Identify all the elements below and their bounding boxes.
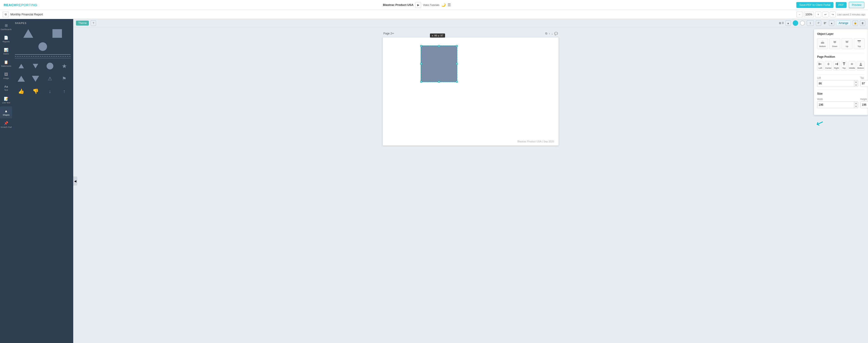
- lock-button[interactable]: 🔒: [852, 20, 858, 26]
- brand-logo: REACHREPORTING: [4, 3, 37, 7]
- svg-rect-5: [834, 43, 835, 44]
- pos-left-button[interactable]: Left: [817, 61, 824, 70]
- undo-button[interactable]: ↩: [823, 11, 829, 18]
- width-spin-down[interactable]: ▼: [854, 105, 858, 108]
- sidebar-item-text[interactable]: Aa Text: [0, 82, 12, 94]
- pos-middle-button[interactable]: Middle: [848, 61, 856, 70]
- triangle-small-shape: [18, 76, 25, 82]
- document-title: Monthly Financial Report: [10, 13, 795, 16]
- height-field-input[interactable]: [861, 102, 868, 108]
- redo-button[interactable]: ↪: [830, 11, 836, 18]
- position-buttons: Left Center Right: [817, 61, 865, 70]
- page-position-section: Page Position Left Center: [817, 55, 865, 70]
- circle-shape: [38, 42, 47, 51]
- resize-handle-bc[interactable]: [438, 81, 440, 83]
- pos-center-button[interactable]: Center: [825, 61, 832, 70]
- page-canvas[interactable]: Blastrac Product USA | Sep 2020: [382, 37, 559, 146]
- counter-field[interactable]: 1: [807, 20, 814, 26]
- shape-warning[interactable]: ⚠: [43, 73, 56, 84]
- divider-dotted[interactable]: [15, 58, 70, 58]
- zoom-in-button[interactable]: +: [815, 11, 821, 18]
- preview-button[interactable]: Preview: [849, 2, 864, 8]
- shape-thumbsup[interactable]: 👍: [15, 86, 28, 97]
- sidebar-item-metric[interactable]: 📊 Metric: [0, 45, 12, 57]
- sidebar-item-reports[interactable]: 📄 Reports: [0, 33, 12, 45]
- divider-solid[interactable]: [15, 54, 70, 55]
- shape-arrow-up-lg[interactable]: ↑: [58, 86, 71, 97]
- video-tutorials-button[interactable]: ▶: [415, 2, 421, 8]
- resize-handle-tl[interactable]: [420, 45, 422, 47]
- delete-button[interactable]: 🗑: [860, 20, 865, 26]
- zoom-out-button[interactable]: −: [797, 11, 802, 18]
- shape-arrow-down-lg[interactable]: ↓: [43, 86, 56, 97]
- rotation-up-btn[interactable]: ▲: [829, 20, 834, 26]
- pos-bottom-button[interactable]: Bottom: [857, 61, 865, 70]
- resize-handle-tc[interactable]: [438, 45, 440, 47]
- count-up-btn[interactable]: ▲: [785, 20, 791, 26]
- layer-down-button[interactable]: Down: [829, 38, 840, 49]
- sidebar-item-statements[interactable]: 📋 Statements: [0, 57, 12, 70]
- moon-icon-button[interactable]: 🌙: [441, 3, 446, 7]
- save-pdf-button[interactable]: Save PDF to Client Portal: [796, 2, 834, 8]
- help-button[interactable]: ?: [91, 20, 96, 26]
- page-copy-button[interactable]: ⧉: [545, 32, 547, 35]
- shape-triangle-down[interactable]: [29, 73, 42, 84]
- rotation-value: 0°: [823, 22, 827, 24]
- sidebar-item-shapes[interactable]: ▲ Shapes: [0, 106, 12, 119]
- shape-thumbsdown[interactable]: 👎: [29, 86, 42, 97]
- shape-circle-small[interactable]: [43, 61, 56, 72]
- svg-rect-10: [858, 41, 861, 42]
- settings-button[interactable]: ⚙: [3, 11, 8, 18]
- sidebar-item-image[interactable]: 🖼 Image: [0, 70, 12, 82]
- width-spin-up[interactable]: ▲: [854, 102, 858, 105]
- pos-right-button[interactable]: Right: [833, 61, 839, 70]
- selected-shape[interactable]: [421, 46, 457, 82]
- zoom-level: 100%: [804, 12, 814, 17]
- shape-triangle-small[interactable]: [15, 73, 28, 84]
- layer-up-button[interactable]: Up: [842, 38, 852, 49]
- resize-handle-bl[interactable]: [420, 81, 422, 83]
- resize-handle-ml[interactable]: [420, 63, 422, 65]
- top-field-input[interactable]: [861, 80, 868, 87]
- divider-dashed[interactable]: [15, 56, 70, 57]
- theme-button[interactable]: Theme: [76, 21, 89, 26]
- page-edit-icon[interactable]: ✏: [392, 32, 394, 35]
- left-spin-up[interactable]: ▲: [854, 80, 858, 84]
- arrange-pointer-arrow: ↙: [815, 117, 826, 129]
- page-up-button[interactable]: ↑: [549, 32, 550, 35]
- resize-handle-tr[interactable]: [456, 45, 458, 47]
- shape-flag[interactable]: ⚑: [58, 73, 71, 84]
- arrange-button[interactable]: Arrange: [836, 20, 851, 26]
- pdf-button[interactable]: PDF: [836, 2, 846, 8]
- image-icon: 🖼: [4, 73, 8, 77]
- sidebar-item-dashboards[interactable]: ⊞ Dashboards: [0, 21, 12, 33]
- layer-top-button[interactable]: Top: [854, 38, 865, 49]
- rotate-btn[interactable]: ↺: [816, 20, 821, 26]
- layer-bottom-button[interactable]: Bottom: [817, 38, 828, 49]
- shape-square-large[interactable]: [44, 28, 70, 39]
- page-down-button[interactable]: ↓: [552, 32, 553, 35]
- saved-status: Last saved 2 minutes ago: [837, 13, 865, 16]
- resize-handle-mr[interactable]: [456, 63, 458, 65]
- resize-handle-br[interactable]: [456, 81, 458, 83]
- shape-star[interactable]: ★: [58, 61, 71, 72]
- left-spin-down[interactable]: ▼: [854, 84, 858, 87]
- shape-triangle-large[interactable]: [15, 28, 41, 39]
- menu-button[interactable]: ☰: [447, 3, 451, 7]
- arrange-divider-1: [817, 53, 865, 53]
- pos-top-button[interactable]: Top: [841, 61, 847, 70]
- page-comment-button[interactable]: 💬: [554, 32, 558, 35]
- svg-rect-8: [846, 43, 848, 44]
- svg-rect-0: [821, 43, 824, 44]
- collapse-sidebar-button[interactable]: ◀: [73, 176, 77, 185]
- left-field-label: Left: [817, 77, 858, 79]
- shape-arrow-down-small[interactable]: [29, 61, 42, 72]
- top-field-group: Top ▲ ▼: [860, 77, 868, 87]
- shape-arrow-up-small[interactable]: [15, 61, 28, 72]
- sidebar-item-live-text[interactable]: 📝 Live Text: [0, 94, 12, 106]
- sidebar-item-scratch-pad[interactable]: 📌 Scratch Pad: [0, 119, 12, 131]
- width-field-input[interactable]: [817, 102, 854, 108]
- circle-small-shape: [46, 63, 53, 69]
- shape-circle-large[interactable]: [15, 41, 70, 52]
- left-field-input[interactable]: [817, 80, 854, 87]
